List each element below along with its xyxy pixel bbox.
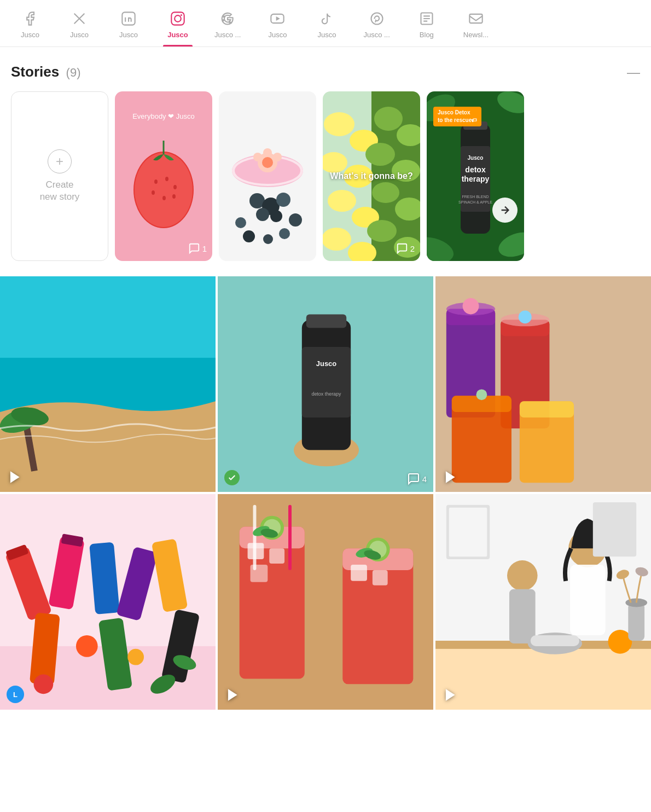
svg-point-6 bbox=[371, 13, 382, 25]
linkedin-icon bbox=[120, 10, 137, 27]
tab-blog[interactable]: Blog bbox=[402, 0, 451, 47]
stories-title: Stories bbox=[11, 63, 59, 80]
svg-text:detox: detox bbox=[465, 165, 486, 174]
grid-item-cocktail[interactable] bbox=[218, 494, 433, 710]
tab-instagram[interactable]: Jusco bbox=[153, 0, 202, 47]
svg-text:FRESH BLEND: FRESH BLEND bbox=[462, 195, 489, 199]
story-overlay-text: What's it gonna be? bbox=[330, 171, 412, 181]
story-comments-badge-2: 2 bbox=[396, 242, 415, 254]
svg-point-95 bbox=[519, 311, 532, 324]
pinterest-icon bbox=[368, 10, 386, 27]
svg-marker-5 bbox=[276, 16, 280, 21]
svg-point-12 bbox=[154, 179, 158, 184]
svg-text:Everybody ❤ Jusco: Everybody ❤ Jusco bbox=[132, 112, 195, 120]
facebook-icon bbox=[21, 10, 39, 27]
play-button-family[interactable] bbox=[442, 687, 458, 703]
tab-instagram-label: Jusco bbox=[167, 31, 188, 39]
tab-tiktok[interactable]: Jusco bbox=[302, 0, 351, 47]
story-card-strawberry[interactable]: Everybody ❤ Jusco 1 bbox=[115, 91, 212, 261]
tab-pinterest[interactable]: Jusco ... bbox=[351, 0, 402, 47]
svg-point-46 bbox=[323, 228, 351, 251]
youtube-icon bbox=[269, 10, 286, 27]
create-story-label: Createnew story bbox=[40, 179, 80, 203]
story-arrow-button[interactable] bbox=[492, 198, 518, 223]
tab-twitter-label: Jusco bbox=[70, 31, 89, 39]
stories-header: Stories (9) — bbox=[11, 63, 640, 80]
svg-rect-150 bbox=[628, 602, 644, 640]
svg-point-142 bbox=[507, 560, 538, 591]
svg-rect-79 bbox=[306, 314, 346, 328]
tab-google-label: Jusco ... bbox=[214, 31, 241, 39]
stories-title-group: Stories (9) bbox=[11, 63, 81, 80]
svg-marker-97 bbox=[446, 472, 454, 483]
tab-linkedin[interactable]: Jusco bbox=[104, 0, 153, 47]
stories-section: Stories (9) — + Createnew story bbox=[0, 47, 651, 272]
svg-point-54 bbox=[367, 220, 397, 242]
post-grid: Jusco detox therapy 4 bbox=[0, 276, 651, 710]
play-button-cocktail[interactable] bbox=[224, 687, 241, 703]
svg-text:SPINACH & APPLE: SPINACH & APPLE bbox=[458, 200, 492, 204]
svg-text:detox therapy: detox therapy bbox=[311, 391, 341, 397]
stories-row: + Createnew story E bbox=[11, 91, 640, 261]
tab-blog-label: Blog bbox=[420, 31, 434, 39]
svg-point-111 bbox=[127, 649, 144, 665]
svg-rect-131 bbox=[373, 570, 388, 585]
grid-item-bottles[interactable]: L bbox=[0, 494, 216, 710]
svg-rect-130 bbox=[351, 565, 367, 581]
story-card-lemon[interactable]: What's it gonna be? 2 bbox=[323, 91, 420, 261]
svg-rect-145 bbox=[531, 635, 579, 646]
play-button-drinks[interactable] bbox=[442, 469, 458, 485]
svg-point-3 bbox=[181, 15, 182, 15]
svg-rect-149 bbox=[593, 502, 636, 556]
story-detox-label: Jusco Detoxto the rescue🏷 bbox=[433, 107, 481, 126]
svg-rect-143 bbox=[509, 589, 536, 643]
svg-point-40 bbox=[324, 112, 354, 136]
svg-point-110 bbox=[76, 635, 98, 657]
svg-point-16 bbox=[162, 196, 166, 200]
tab-linkedin-label: Jusco bbox=[119, 31, 138, 39]
svg-point-96 bbox=[476, 389, 487, 400]
story-card-detox[interactable]: Jusco detox therapy FRESH BLEND SPINACH … bbox=[427, 91, 524, 261]
create-story-card[interactable]: + Createnew story bbox=[11, 91, 108, 261]
svg-point-30 bbox=[276, 193, 290, 207]
twitter-icon bbox=[71, 10, 88, 27]
tab-youtube[interactable]: Jusco bbox=[253, 0, 302, 47]
instagram-icon bbox=[169, 10, 187, 27]
circle-badge: L bbox=[7, 686, 24, 703]
tiktok-icon bbox=[318, 10, 335, 27]
tab-pinterest-label: Jusco ... bbox=[363, 31, 390, 39]
nav-tabs: Jusco Jusco Jusco Jusco bbox=[0, 0, 651, 47]
tab-youtube-label: Jusco bbox=[268, 31, 287, 39]
collapse-button[interactable]: — bbox=[627, 66, 640, 79]
grid-item-family[interactable] bbox=[435, 494, 651, 710]
blog-icon bbox=[418, 10, 435, 27]
svg-point-112 bbox=[34, 674, 54, 694]
grid-item-drinks[interactable] bbox=[435, 276, 651, 492]
story-card-blueberry[interactable] bbox=[219, 91, 316, 261]
svg-rect-93 bbox=[520, 401, 574, 417]
svg-point-25 bbox=[263, 148, 272, 157]
svg-marker-74 bbox=[10, 472, 19, 483]
grid-item-beach[interactable] bbox=[0, 276, 216, 492]
check-badge bbox=[224, 470, 240, 485]
tab-twitter[interactable]: Jusco bbox=[55, 0, 104, 47]
svg-point-27 bbox=[253, 153, 262, 161]
svg-text:Jusco: Jusco bbox=[316, 359, 336, 368]
svg-point-15 bbox=[152, 190, 155, 195]
grid-item-bottle[interactable]: Jusco detox therapy 4 bbox=[218, 276, 433, 492]
tab-newsletter[interactable]: Newsl... bbox=[451, 0, 501, 47]
svg-text:Jusco: Jusco bbox=[468, 155, 484, 161]
svg-rect-125 bbox=[253, 505, 257, 570]
svg-rect-1 bbox=[171, 12, 184, 25]
svg-point-11 bbox=[135, 153, 193, 227]
svg-point-37 bbox=[263, 234, 273, 244]
play-button[interactable] bbox=[7, 469, 23, 485]
tab-google[interactable]: Jusco ... bbox=[202, 0, 253, 47]
svg-rect-124 bbox=[288, 505, 292, 570]
svg-point-26 bbox=[273, 153, 282, 161]
svg-rect-80 bbox=[302, 347, 351, 417]
svg-point-13 bbox=[165, 177, 168, 181]
tab-facebook[interactable]: Jusco bbox=[5, 0, 55, 47]
svg-point-14 bbox=[173, 185, 177, 189]
svg-point-44 bbox=[328, 190, 356, 212]
